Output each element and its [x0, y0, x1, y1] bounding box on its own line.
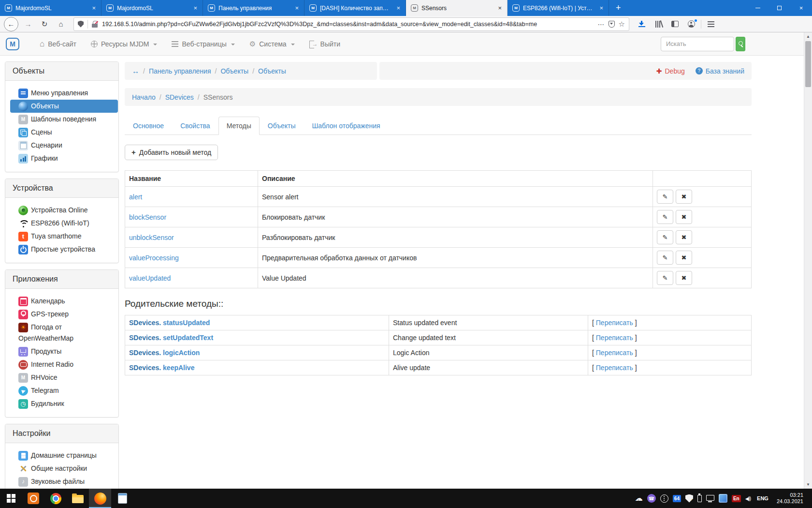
- sidebar-item-home-pages[interactable]: Домашние страницы: [5, 449, 118, 462]
- tray-dots-icon[interactable]: [660, 494, 668, 503]
- network-icon[interactable]: [706, 495, 714, 501]
- url-bar[interactable]: 192.168.5.10/admin.php?pd=cGFuZWw6e2FjdG…: [73, 17, 629, 31]
- start-button[interactable]: [0, 489, 22, 508]
- breadcrumb-objects[interactable]: Объекты: [220, 67, 248, 75]
- override-link[interactable]: Переписать: [596, 349, 633, 357]
- browser-tab-active[interactable]: SSensors×: [406, 0, 508, 16]
- method-link[interactable]: valueUpdated: [129, 274, 171, 282]
- url-text[interactable]: 192.168.5.10/admin.php?pd=cGFuZWw6e2FjdG…: [102, 21, 594, 28]
- tracking-protection-shield-icon[interactable]: [78, 21, 84, 28]
- sidebar-item-behavior-templates[interactable]: Шаблоны поведения: [5, 113, 118, 126]
- library-button[interactable]: [652, 17, 665, 31]
- override-link[interactable]: Переписать: [596, 319, 633, 327]
- insecure-lock-icon[interactable]: [92, 21, 98, 28]
- badge-64-icon[interactable]: 64: [673, 495, 681, 502]
- account-button[interactable]: [684, 17, 698, 31]
- window-close-button[interactable]: ×: [790, 0, 812, 16]
- method-link[interactable]: blockSensor: [129, 213, 166, 221]
- breadcrumb-objects-2[interactable]: Объекты: [258, 67, 286, 75]
- sidebar-toggle-button[interactable]: [668, 17, 682, 31]
- majordomo-logo-icon[interactable]: [6, 38, 19, 50]
- sidebar-item-internet-radio[interactable]: Internet Radio: [5, 358, 118, 371]
- delete-method-button[interactable]: ✖: [676, 230, 692, 244]
- home-button[interactable]: ⌂: [54, 17, 68, 31]
- sidebar-item-rhvoice[interactable]: RHVoice: [5, 371, 118, 384]
- tab-close-icon[interactable]: ×: [395, 4, 402, 12]
- browser-tab[interactable]: Панель управления×: [203, 0, 304, 16]
- sidebar-item-gps-tracker[interactable]: GPS-трекер: [5, 308, 118, 321]
- edit-method-button[interactable]: ✎: [657, 210, 673, 224]
- pocket-icon[interactable]: [609, 21, 615, 28]
- sidebar-item-control-menu[interactable]: Меню управления: [5, 87, 118, 100]
- resize-arrows-icon[interactable]: ↔: [132, 67, 139, 75]
- app-menu-button[interactable]: [704, 17, 718, 31]
- page-actions-icon[interactable]: ⋯: [598, 20, 605, 28]
- delete-method-button[interactable]: ✖: [676, 190, 692, 204]
- tab-close-icon[interactable]: ×: [598, 4, 605, 12]
- bookmark-star-icon[interactable]: ☆: [619, 20, 625, 29]
- sidebar-item-tuya[interactable]: Tuya smarthome: [5, 230, 118, 243]
- taskbar-app-firefox[interactable]: [89, 489, 111, 508]
- scrollbar-thumb[interactable]: [805, 41, 811, 87]
- taskbar-app-camera[interactable]: [22, 489, 44, 508]
- nav-resources-mjdm[interactable]: Ресурсы MJDM: [84, 40, 164, 48]
- taskbar-clock[interactable]: 03:21 24.03.2021: [775, 492, 808, 505]
- tab-close-icon[interactable]: ×: [496, 4, 503, 12]
- sidebar-item-esp8266[interactable]: ESP8266 (Wifi-IoT): [5, 217, 118, 230]
- knowledge-base-link[interactable]: База знаний: [696, 67, 744, 75]
- override-link[interactable]: Переписать: [596, 364, 633, 372]
- search-button[interactable]: [736, 37, 745, 51]
- browser-tab[interactable]: ESP8266 (Wifi-IoT) | Устройства×: [508, 0, 609, 16]
- debug-link[interactable]: ✚Debug: [656, 67, 685, 75]
- nav-website[interactable]: ⌂Веб-сайт: [33, 40, 83, 48]
- override-link[interactable]: Переписать: [596, 334, 633, 342]
- sidebar-item-scripts[interactable]: Сценарии: [5, 139, 118, 152]
- browser-tab[interactable]: MajordomoSL×: [0, 0, 102, 16]
- parent-method-link[interactable]: SDevices. setUpdatedText: [129, 334, 213, 342]
- edit-method-button[interactable]: ✎: [657, 271, 673, 285]
- taskbar-app-notepad[interactable]: [111, 489, 133, 508]
- defender-shield-icon[interactable]: [685, 494, 693, 503]
- method-link[interactable]: valueProcessing: [129, 254, 179, 262]
- tab-main[interactable]: Основное: [125, 117, 172, 135]
- taskbar-app-explorer[interactable]: [67, 489, 89, 508]
- sidebar-item-calendar[interactable]: Календарь: [5, 295, 118, 308]
- sidebar-item-simple-devices[interactable]: Простые устройства: [5, 243, 118, 256]
- viber-icon[interactable]: ☎: [647, 494, 656, 503]
- sidebar-item-scenes[interactable]: Сцены: [5, 126, 118, 139]
- sidebar-item-alarm[interactable]: Будильник: [5, 397, 118, 410]
- back-button[interactable]: ←: [4, 17, 18, 31]
- tab-display-template[interactable]: Шаблон отображения: [304, 117, 389, 135]
- sidebar-item-products[interactable]: Продукты: [5, 345, 118, 358]
- browser-tab[interactable]: MajordomoSL×: [102, 0, 203, 16]
- sidebar-item-charts[interactable]: Графики: [5, 152, 118, 165]
- tab-close-icon[interactable]: ×: [192, 4, 199, 12]
- nav-logout[interactable]: Выйти: [303, 40, 347, 48]
- blue-app-tray-icon[interactable]: [719, 494, 727, 503]
- sidebar-item-objects[interactable]: Объекты: [10, 100, 118, 113]
- add-method-button[interactable]: +Добавить новый метод: [125, 145, 218, 160]
- method-link[interactable]: unblockSensor: [129, 234, 174, 241]
- reload-button[interactable]: ↻: [38, 17, 51, 31]
- page-scrollbar[interactable]: ▲ ▼: [804, 32, 812, 489]
- delete-method-button[interactable]: ✖: [676, 251, 692, 265]
- breadcrumb-control-panel[interactable]: Панель управления: [149, 67, 211, 75]
- delete-method-button[interactable]: ✖: [676, 271, 692, 285]
- edit-method-button[interactable]: ✎: [657, 230, 673, 244]
- sidebar-item-weather[interactable]: Погода отOpenWeatherMap: [5, 321, 118, 345]
- punto-switcher-icon[interactable]: En: [732, 495, 741, 502]
- sidebar-item-sound-files[interactable]: Звуковые файлы: [5, 475, 118, 488]
- tab-objects[interactable]: Объекты: [260, 117, 304, 135]
- window-maximize-button[interactable]: [768, 0, 790, 16]
- scroll-up-icon[interactable]: ▲: [804, 34, 812, 39]
- sidebar-item-general-settings[interactable]: Общие настройки: [5, 462, 118, 475]
- language-indicator[interactable]: ENG: [755, 495, 770, 501]
- method-link[interactable]: alert: [129, 193, 142, 201]
- scroll-down-icon[interactable]: ▼: [804, 482, 812, 487]
- parent-method-link[interactable]: SDevices. statusUpdated: [129, 319, 210, 327]
- path-sdevices-link[interactable]: SDevices: [165, 93, 194, 101]
- usb-device-icon[interactable]: [697, 495, 702, 502]
- nav-web-pages[interactable]: Веб-страницы: [165, 40, 241, 48]
- edit-method-button[interactable]: ✎: [657, 251, 673, 265]
- browser-tab[interactable]: [DASH] Количество запросов×: [304, 0, 406, 16]
